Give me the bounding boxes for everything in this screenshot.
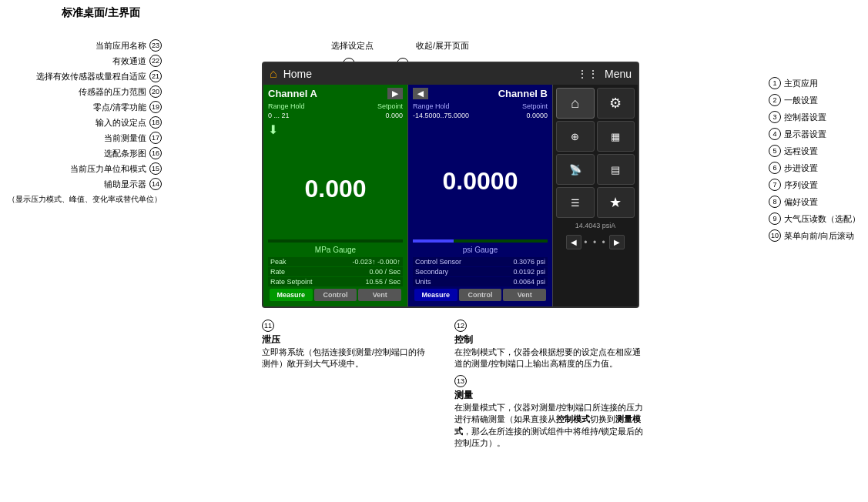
channel-b-labels: Range Hold Setpoint [413, 102, 548, 110]
control-annotation: 12 控制 在控制模式下，仪器会根据想要的设定点在相应通道的测量/控制端口上输出… [454, 320, 647, 370]
channel-a-vent-btn[interactable]: Vent [358, 289, 401, 301]
control-sensor-row: Control Sensor 0.3076 psi [413, 257, 548, 266]
channel-a-main-value: 0.000 [268, 139, 403, 239]
channel-b-sub-values: Control Sensor 0.3076 psi Secondary 0.01… [413, 257, 548, 286]
right-annotation-3: 3 控制器设置 [769, 111, 860, 123]
channel-b-control-btn[interactable]: Control [459, 289, 502, 301]
nav-row: ◀ • • • ▶ [556, 233, 635, 251]
rate-row: Rate 0.00 / Sec [268, 267, 403, 276]
annotation-row-18: 输入的设定点 18 [8, 115, 162, 129]
settings-menu-btn[interactable]: ⚙ [597, 88, 635, 119]
collapse-label: 收起/展开页面 [416, 40, 469, 52]
channel-a-control-btn[interactable]: Control [314, 289, 357, 301]
right-annotation-7: 7 序列设置 [769, 179, 860, 191]
right-annotation-10: 10 菜单向前/向后滚动 [769, 229, 860, 242]
annotation-row-19: 零点/清零功能 19 [8, 100, 162, 114]
home-icon[interactable]: ⌂ [270, 67, 277, 81]
step-settings-btn[interactable]: ▤ [597, 154, 635, 185]
annotation-row-14: 辅助显示器 14 [8, 177, 162, 191]
channel-b-vent-btn[interactable]: Vent [503, 289, 546, 301]
channel-b-arrow[interactable]: ◀ [413, 88, 428, 99]
channel-a-labels: Range Hold Setpoint [268, 102, 403, 110]
vent-annotation: 11 泄压 立即将系统（包括连接到测量/控制端口的待测件）敞开到大气环境中。 [262, 320, 431, 449]
annotation-row-16: 选配条形图 16 [8, 146, 162, 160]
home-label: Home [283, 68, 577, 80]
vent-title: 泄压 [262, 333, 431, 346]
menu-label: Menu [605, 68, 632, 80]
right-annotation-6: 6 步进设置 [769, 162, 860, 174]
annotation-row-17: 当前测量值 17 [8, 131, 162, 145]
channel-b-progress [413, 239, 548, 243]
channel-b-values-row: -14.5000..75.0000 0.0000 [413, 112, 548, 119]
menu-row-4: ☰ ★ [556, 187, 635, 218]
right-annotation-1: 1 主页应用 [769, 77, 860, 89]
remote-settings-btn[interactable]: 📡 [556, 154, 595, 185]
annotation-row-14b: （显示压力模式、峰值、变化率或替代单位） [8, 192, 162, 206]
control-desc: 在控制模式下，仪器会根据想要的设定点在相应通道的测量/控制端口上输出高精度的压力… [454, 346, 647, 370]
channel-b-title: Channel B [498, 88, 548, 99]
annotation-row-23: 当前应用名称 23 [8, 38, 162, 52]
control-settings-btn[interactable]: ⊕ [556, 121, 595, 152]
device-header: ⌂ Home ⋮⋮ Menu [263, 63, 638, 85]
menu-row-3: 📡 ▤ [556, 154, 635, 185]
channel-a-title: Channel A [268, 88, 317, 99]
annotation-row-22: 有效通道 22 [8, 54, 162, 68]
right-annotation-9: 9 大气压读数（选配） [769, 213, 860, 225]
channel-b-header: ◀ Channel B [413, 88, 548, 99]
control-title: 控制 [454, 333, 647, 346]
channel-a-sub-values: Peak -0.023↑ -0.000↑ Rate 0.00 / Sec Rat… [268, 257, 403, 286]
annotation-row-21: 选择有效传感器或量程自适应 21 [8, 69, 162, 83]
secondary-row: Secondary 0.0192 psi [413, 267, 548, 276]
channel-a-arrow[interactable]: ▶ [387, 88, 403, 99]
sequence-settings-btn[interactable]: ☰ [556, 187, 595, 218]
channel-a-measure-btn[interactable]: Measure [270, 289, 313, 301]
measure-desc: 在测量模式下，仪器对测量/控制端口所连接的压力进行精确测量（如果直接从控制模式切… [454, 402, 647, 450]
bottom-section: 11 泄压 立即将系统（包括连接到测量/控制端口的待测件）敞开到大气环境中。 1… [262, 320, 647, 449]
control-measure-annotations: 12 控制 在控制模式下，仪器会根据想要的设定点在相应通道的测量/控制端口上输出… [454, 320, 647, 449]
bottom-annotations: 11 泄压 立即将系统（包括连接到测量/控制端口的待测件）敞开到大气环境中。 1… [262, 320, 647, 449]
units-row: Units 0.0064 psi [413, 277, 548, 286]
menu-panel: ⌂ ⚙ ⊕ ▦ 📡 ▤ ☰ ★ 14.4043 psiA ◀ [553, 85, 638, 306]
annotation-row-20: 传感器的压力范围 20 [8, 85, 162, 99]
channel-a-values-row: 0 ... 21 0.000 [268, 112, 403, 119]
right-annotation-2: 2 一般设置 [769, 94, 860, 106]
nav-dots: • • • [584, 237, 606, 248]
measure-title: 测量 [454, 389, 647, 402]
zero-icon[interactable]: ⬇ [268, 122, 403, 137]
menu-row-2: ⊕ ▦ [556, 121, 635, 152]
nav-right-btn[interactable]: ▶ [609, 235, 625, 249]
channel-b-progress-fill [413, 239, 454, 243]
menu-row-1: ⌂ ⚙ [556, 88, 635, 119]
right-annotation-8: 8 偏好设置 [769, 196, 860, 208]
display-settings-btn[interactable]: ▦ [597, 121, 635, 152]
annotation-row-15: 当前压力单位和模式 15 [8, 162, 162, 176]
channel-a-header: Channel A ▶ [268, 88, 403, 99]
channel-a-unit-mode: MPa Gauge [268, 246, 403, 254]
right-annotations: 1 主页应用 2 一般设置 3 控制器设置 4 显示器设置 5 远程设置 6 步… [769, 77, 860, 242]
nav-left-btn[interactable]: ◀ [566, 235, 581, 249]
left-annotations: 当前应用名称 23 有效通道 22 选择有效传感器或量程自适应 21 传感器的压… [8, 38, 162, 206]
channel-a-controls: Measure Control Vent [268, 286, 403, 303]
peak-row: Peak -0.023↑ -0.000↑ [268, 257, 403, 266]
channel-a: Channel A ▶ Range Hold Setpoint 0 ... 21… [263, 85, 408, 306]
channel-b-controls: Measure Control Vent [413, 286, 548, 303]
page-title: 标准桌面/主界面 [62, 6, 140, 20]
channel-b-main-value: 0.0000 [413, 122, 548, 239]
right-annotation-4: 4 显示器设置 [769, 128, 860, 140]
channel-a-progress [268, 239, 403, 243]
setpoint-label: 选择设定点 [331, 40, 374, 52]
atm-value: 14.4043 psiA [556, 220, 635, 231]
grid-icon: ⋮⋮ [577, 68, 598, 80]
channel-b: ◀ Channel B Range Hold Setpoint -14.5000… [408, 85, 553, 306]
measure-annotation: 13 测量 在测量模式下，仪器对测量/控制端口所连接的压力进行精确测量（如果直接… [454, 375, 647, 450]
channel-b-measure-btn[interactable]: Measure [414, 289, 457, 301]
vent-desc: 立即将系统（包括连接到测量/控制端口的待测件）敞开到大气环境中。 [262, 346, 431, 370]
preference-settings-btn[interactable]: ★ [597, 187, 635, 218]
rate-setpoint-row: Rate Setpoint 10.55 / Sec [268, 277, 403, 286]
channels-area: Channel A ▶ Range Hold Setpoint 0 ... 21… [263, 85, 638, 306]
device-display: ⌂ Home ⋮⋮ Menu Channel A ▶ Range Hold Se… [262, 62, 639, 308]
right-annotation-5: 5 远程设置 [769, 145, 860, 157]
home-menu-btn[interactable]: ⌂ [556, 88, 595, 119]
channel-b-unit-mode: psi Gauge [413, 246, 548, 254]
